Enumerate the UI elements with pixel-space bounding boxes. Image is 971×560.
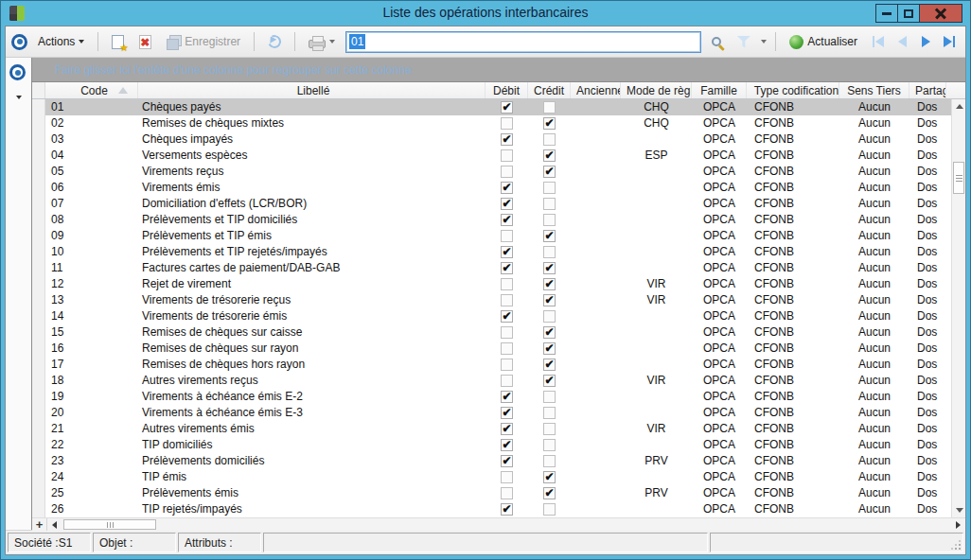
row-indicator[interactable] [32,244,45,260]
debit-checkbox[interactable]: ✔ [501,182,513,194]
table-row[interactable]: 26TIP rejetés/impayés✔OPCACFONBAucunDos [32,501,965,517]
credit-checkbox[interactable] [543,423,556,435]
row-indicator[interactable] [32,389,45,405]
resize-grip[interactable] [951,540,961,550]
table-row[interactable]: 05Virements reçus✔OPCACFONBAucunDos [32,164,965,180]
credit-checkbox[interactable]: ✔ [543,342,556,355]
horizontal-scrollbar-thumb[interactable] [63,519,156,530]
refresh-button[interactable] [263,32,286,51]
credit-checkbox[interactable] [543,182,556,194]
row-indicator[interactable] [32,180,45,196]
table-row[interactable]: 13Virements de trésorerie reçus✔VIROPCAC… [32,292,965,308]
debit-checkbox[interactable] [501,359,513,371]
row-indicator[interactable] [32,501,45,517]
table-row[interactable]: 09Prélèvements et TIP émis✔OPCACFONBAucu… [32,228,965,244]
credit-checkbox[interactable]: ✔ [543,294,556,306]
table-row[interactable]: 17Remises de chèques hors rayon✔OPCACFON… [32,357,965,373]
credit-checkbox[interactable] [543,101,556,114]
table-row[interactable]: 24TIP émis✔OPCACFONBAucunDos [32,469,965,485]
credit-checkbox[interactable]: ✔ [543,166,556,178]
debit-checkbox[interactable] [501,230,513,242]
credit-checkbox[interactable]: ✔ [543,359,556,371]
credit-checkbox[interactable]: ✔ [543,471,556,483]
credit-checkbox[interactable] [543,246,556,258]
delete-record-button[interactable] [134,32,156,52]
table-row[interactable]: 15Remises de chèques sur caisse✔OPCACFON… [32,324,965,341]
debit-checkbox[interactable] [501,375,513,387]
new-record-button[interactable] [107,32,129,52]
row-indicator[interactable] [32,292,45,308]
debit-checkbox[interactable] [501,342,513,355]
search-button[interactable] [707,34,726,49]
table-row[interactable]: 08Prélèvements et TIP domiciliés✔OPCACFO… [32,212,965,228]
table-row[interactable]: 23Prélèvements domiciliés✔PRVOPCACFONBAu… [32,453,965,469]
credit-checkbox[interactable]: ✔ [543,278,556,290]
credit-checkbox[interactable] [543,310,556,323]
row-indicator[interactable] [32,437,45,453]
add-row-button[interactable]: + [32,518,47,531]
table-row[interactable]: 04Versements espèces✔ESPOPCACFONBAucunDo… [32,148,965,164]
debit-checkbox[interactable] [501,471,513,483]
debit-checkbox[interactable]: ✔ [501,439,513,451]
table-row[interactable]: 25Prélèvements émis✔PRVOPCACFONBAucunDos [32,485,965,501]
table-row[interactable]: 11Factures cartes de paiement/DAB-GAB✔✔O… [32,260,965,276]
column-header-libelle[interactable]: Libellé [138,82,486,98]
save-button[interactable]: Enregistrer [162,32,245,51]
debit-checkbox[interactable]: ✔ [501,101,513,114]
debit-checkbox[interactable]: ✔ [501,407,513,419]
row-indicator[interactable] [32,148,45,164]
row-indicator[interactable] [32,99,45,115]
row-indicator[interactable] [32,228,45,244]
next-record-button[interactable] [915,32,936,51]
vertical-scrollbar[interactable] [951,99,965,517]
credit-checkbox[interactable]: ✔ [543,149,556,162]
chevron-down-icon[interactable] [761,40,767,44]
column-header-partage[interactable]: Partag [909,82,946,98]
table-row[interactable]: 07Domiciliation d'effets (LCR/BOR)✔OPCAC… [32,196,965,212]
debit-checkbox[interactable]: ✔ [501,262,513,274]
column-header-credit[interactable]: Crédit [528,82,571,98]
row-indicator[interactable] [32,341,45,357]
vertical-scrollbar-thumb[interactable] [953,162,964,194]
column-header-code[interactable]: Code [45,82,138,98]
row-indicator[interactable] [32,453,45,469]
last-record-button[interactable] [939,32,960,51]
credit-checkbox[interactable]: ✔ [543,375,556,387]
row-indicator[interactable] [32,485,45,501]
debit-checkbox[interactable]: ✔ [501,423,513,435]
debit-checkbox[interactable]: ✔ [501,246,513,258]
debit-checkbox[interactable] [501,278,513,290]
row-indicator[interactable] [32,373,45,389]
debit-checkbox[interactable]: ✔ [501,198,513,210]
row-indicator[interactable] [32,357,45,373]
row-indicator[interactable] [32,131,45,148]
credit-checkbox[interactable]: ✔ [543,262,556,274]
debit-checkbox[interactable]: ✔ [501,391,513,403]
row-indicator[interactable] [32,421,45,437]
row-indicator[interactable] [32,276,45,292]
row-indicator[interactable] [32,196,45,212]
column-header-sens-tiers[interactable]: Sens Tiers [839,82,909,98]
credit-checkbox[interactable]: ✔ [543,230,556,242]
scroll-up-button[interactable] [952,99,965,114]
table-row[interactable]: 02Remises de chèques mixtes✔CHQOPCACFONB… [32,115,965,131]
column-header-famille[interactable]: Famille [692,82,747,98]
debit-checkbox[interactable] [501,294,513,306]
credit-checkbox[interactable]: ✔ [543,326,556,339]
table-row[interactable]: 22TIP domiciliés✔OPCACFONBAucunDos [32,437,965,453]
credit-checkbox[interactable]: ✔ [543,117,556,130]
table-row[interactable]: 06Virements émis✔OPCACFONBAucunDos [32,180,965,196]
credit-checkbox[interactable] [543,198,556,210]
actions-menu-button[interactable]: Actions [33,32,89,51]
previous-record-button[interactable] [892,32,912,51]
row-indicator[interactable] [32,115,45,131]
debit-checkbox[interactable]: ✔ [501,503,513,516]
debit-checkbox[interactable] [501,487,513,499]
row-indicator[interactable] [32,260,45,276]
table-row[interactable]: 16Remises de chèques sur rayon✔OPCACFONB… [32,341,965,357]
debit-checkbox[interactable] [501,117,513,130]
maximize-button[interactable] [897,4,920,23]
table-row[interactable]: 18Autres virements reçus✔VIROPCACFONBAuc… [32,373,965,389]
debit-checkbox[interactable] [501,166,513,178]
indicator-column-header[interactable] [32,82,45,98]
